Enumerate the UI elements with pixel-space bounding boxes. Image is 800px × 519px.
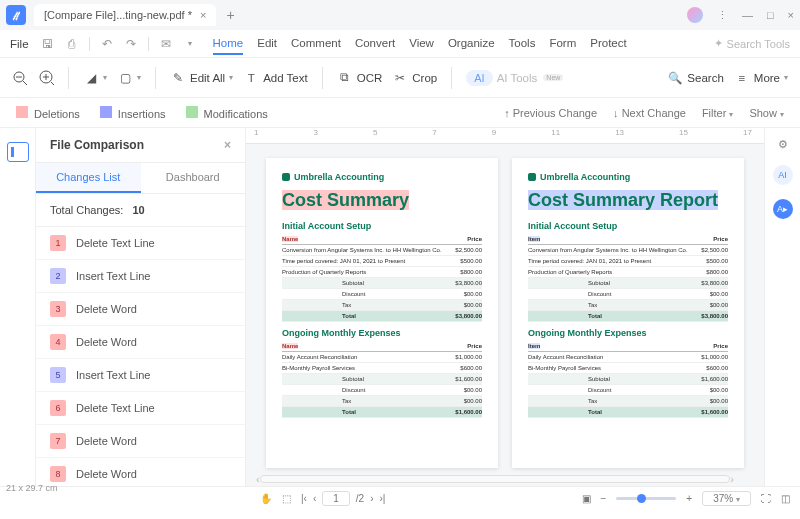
document-tab[interactable]: [Compare File]...ting-new.pdf * × (34, 4, 216, 26)
tab-edit[interactable]: Edit (257, 33, 277, 55)
zoom-slider[interactable] (616, 497, 676, 500)
change-label: Insert Text Line (76, 369, 150, 381)
change-index: 7 (50, 433, 66, 449)
change-index: 8 (50, 466, 66, 482)
close-tab-icon[interactable]: × (200, 9, 206, 21)
add-text-button[interactable]: TAdd Text (243, 70, 308, 86)
change-item[interactable]: 8Delete Word (36, 458, 245, 486)
account-orb-icon[interactable] (687, 7, 703, 23)
crop-button[interactable]: ✂Crop (392, 70, 437, 86)
svg-line-4 (51, 82, 54, 86)
change-index: 1 (50, 235, 66, 251)
prev-change-button[interactable]: ↑ Previous Change (504, 107, 597, 119)
tab-convert[interactable]: Convert (355, 33, 395, 55)
legend-modifications: Modifications (186, 106, 268, 120)
next-page-icon[interactable]: › (370, 493, 373, 504)
more-button[interactable]: ≡More▾ (734, 70, 788, 86)
mail-dropdown-icon[interactable]: ▾ (181, 39, 199, 48)
change-item[interactable]: 3Delete Word (36, 293, 245, 326)
print-icon[interactable]: ⎙ (63, 38, 81, 50)
tab-view[interactable]: View (409, 33, 434, 55)
tab-form[interactable]: Form (549, 33, 576, 55)
mail-icon[interactable]: ✉ (157, 37, 175, 51)
fullscreen-icon[interactable]: ⛶ (761, 493, 771, 504)
zoom-out-icon[interactable] (12, 70, 28, 86)
maximize-icon[interactable]: □ (767, 9, 774, 21)
highlight-tool[interactable]: ◢▾ (83, 70, 107, 86)
change-item[interactable]: 4Delete Word (36, 326, 245, 359)
search-button[interactable]: 🔍Search (667, 70, 723, 86)
change-label: Delete Word (76, 336, 137, 348)
section-heading: Ongoing Monthly Expenses (528, 328, 728, 338)
change-item[interactable]: 7Delete Word (36, 425, 245, 458)
section-heading: Ongoing Monthly Expenses (282, 328, 482, 338)
change-index: 5 (50, 367, 66, 383)
change-item[interactable]: 5Insert Text Line (36, 359, 245, 392)
search-tools[interactable]: ✦ Search Tools (714, 37, 790, 50)
sidebar-close-icon[interactable]: × (224, 138, 231, 152)
file-menu[interactable]: File (10, 38, 29, 50)
horizontal-scrollbar[interactable]: ‹› (256, 474, 734, 484)
change-index: 4 (50, 334, 66, 350)
zoom-in-status-icon[interactable]: + (686, 493, 692, 504)
brand: Umbrella Accounting (282, 172, 482, 182)
section-heading: Initial Account Setup (528, 221, 728, 231)
prev-page-icon[interactable]: ‹ (313, 493, 316, 504)
change-label: Delete Word (76, 303, 137, 315)
compare-page-left: Umbrella Accounting Cost Summary Initial… (266, 158, 498, 468)
redo-icon[interactable]: ↷ (122, 37, 140, 51)
tab-protect[interactable]: Protect (590, 33, 626, 55)
compare-page-right: Umbrella Accounting Cost Summary Report … (512, 158, 744, 468)
next-change-button[interactable]: ↓ Next Change (613, 107, 686, 119)
zoom-in-icon[interactable] (38, 70, 54, 86)
svg-line-1 (23, 81, 27, 85)
shape-tool[interactable]: ▢▾ (117, 70, 141, 86)
compare-panel-icon[interactable] (7, 142, 29, 162)
change-index: 2 (50, 268, 66, 284)
doc-title: Cost Summary (282, 190, 482, 211)
last-page-icon[interactable]: ›| (380, 493, 386, 504)
zoom-out-status-icon[interactable]: − (601, 493, 607, 504)
filter-dropdown[interactable]: Filter ▾ (702, 107, 734, 119)
change-item[interactable]: 2Insert Text Line (36, 260, 245, 293)
tab-tools[interactable]: Tools (509, 33, 536, 55)
legend-deletions: Deletions (16, 106, 80, 120)
kebab-icon[interactable]: ⋮ (717, 9, 728, 22)
show-dropdown[interactable]: Show ▾ (749, 107, 784, 119)
assist-side-icon[interactable]: A▸ (773, 199, 793, 219)
edit-all-button[interactable]: ✎Edit All▾ (170, 70, 233, 86)
layout-icon[interactable]: ◫ (781, 493, 790, 504)
brand: Umbrella Accounting (528, 172, 728, 182)
change-label: Insert Text Line (76, 270, 150, 282)
ruler: 1357911131517 (246, 128, 764, 144)
tab-organize[interactable]: Organize (448, 33, 495, 55)
change-label: Delete Text Line (76, 237, 155, 249)
change-item[interactable]: 1Delete Text Line (36, 227, 245, 260)
tab-comment[interactable]: Comment (291, 33, 341, 55)
tab-dashboard[interactable]: Dashboard (141, 163, 246, 193)
first-page-icon[interactable]: |‹ (301, 493, 307, 504)
close-window-icon[interactable]: × (788, 9, 794, 21)
ai-side-icon[interactable]: AI (773, 165, 793, 185)
page-dimensions: 21 x 29.7 cm (6, 483, 58, 493)
save-icon[interactable]: 🖫 (39, 38, 57, 50)
change-label: Delete Text Line (76, 402, 155, 414)
tab-home[interactable]: Home (213, 33, 244, 55)
fit-page-icon[interactable]: ▣ (582, 493, 591, 504)
minimize-icon[interactable]: — (742, 9, 753, 21)
ai-tools-button[interactable]: AIAI ToolsNew (466, 70, 563, 86)
select-tool-icon[interactable]: ⬚ (282, 493, 291, 504)
sparkle-icon: ✦ (714, 37, 723, 50)
properties-icon[interactable]: ⚙ (778, 138, 788, 151)
page-nav[interactable]: |‹ ‹ 1/2 › ›| (301, 491, 385, 506)
change-item[interactable]: 6Delete Text Line (36, 392, 245, 425)
doc-title: Cost Summary Report (528, 190, 728, 211)
sidebar-title: File Comparison (50, 138, 144, 152)
app-logo: ⫽ (6, 5, 26, 25)
tab-changes-list[interactable]: Changes List (36, 163, 141, 193)
hand-tool-icon[interactable]: ✋ (260, 493, 272, 504)
ocr-button[interactable]: ⧉OCR (337, 70, 383, 86)
undo-icon[interactable]: ↶ (98, 37, 116, 51)
add-tab-button[interactable]: + (226, 7, 234, 23)
zoom-value[interactable]: 37% ▾ (702, 491, 751, 506)
